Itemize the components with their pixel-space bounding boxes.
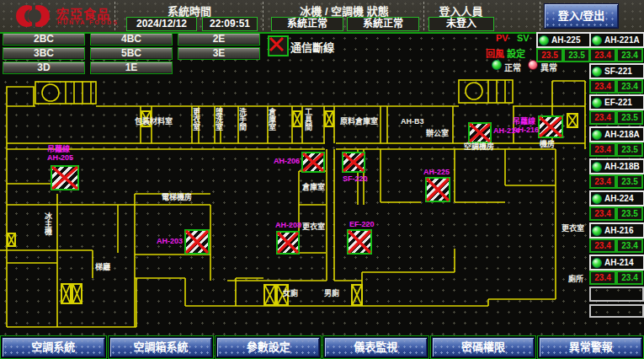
unit-sv-value: 23.4 <box>616 48 643 62</box>
ahu-label: AH-216 <box>513 126 539 134</box>
room-label: 辦公室 <box>426 129 449 137</box>
spare-slot <box>589 304 644 318</box>
ahu-icon[interactable] <box>347 229 372 255</box>
nav-cell: 空調系統 <box>0 335 107 359</box>
unit-sv-value: 23.5 <box>616 174 643 189</box>
stair-icon <box>7 233 16 247</box>
unit-AH-218A[interactable]: AH-218A <box>589 126 644 142</box>
room-label: 空調機房 <box>464 142 494 151</box>
unit-name-label: EF-221 <box>604 98 632 107</box>
room-label: 洗手間 <box>238 108 247 131</box>
unit-pv-value: 23.4 <box>589 206 616 221</box>
nav-cell: 參數設定 <box>215 335 322 359</box>
room-label: 女廁 <box>283 289 298 297</box>
stair-icon <box>351 284 363 306</box>
room-label: 原料倉庫室 <box>340 117 378 126</box>
status-led-icon <box>592 130 602 140</box>
unit-sv-value: 23.5 <box>616 206 643 221</box>
floor-button-3E[interactable]: 3E <box>178 47 260 60</box>
ac-status-value: 系統正常 <box>347 17 419 31</box>
ahu-label: AH-205 <box>47 153 73 162</box>
unit-EF-221[interactable]: EF-221 <box>589 94 644 110</box>
unit-sv-value: 23.5 <box>563 48 590 62</box>
nav-cell: 異常警報 <box>537 335 644 359</box>
stair-icon <box>324 110 334 127</box>
unit-sv-value: 23.5 <box>616 142 643 157</box>
status-led-icon <box>592 162 602 172</box>
unit-AH-214[interactable]: AH-214 <box>589 255 644 271</box>
ahu-icon[interactable] <box>51 165 79 190</box>
unit-pv-value: 23.4 <box>589 110 616 125</box>
ahu-icon[interactable] <box>276 231 300 255</box>
status-led-icon <box>592 226 602 236</box>
chiller-status-value: 系統正常 <box>271 17 343 31</box>
nav-button-4[interactable]: 儀表監視 <box>324 337 428 357</box>
unit-pv-value: 23.4 <box>589 174 616 189</box>
unit-pv-value: 23.5 <box>536 48 563 62</box>
ahu-icon[interactable] <box>538 115 563 138</box>
unit-name-label: AH-218A <box>604 130 640 139</box>
status-led-icon <box>592 98 602 108</box>
room-label: AH-B3 <box>401 117 424 126</box>
floor-button-3BC[interactable]: 3BC <box>3 47 85 60</box>
floor-button-1E[interactable]: 1E <box>90 62 173 74</box>
ahu-icon[interactable] <box>184 229 210 255</box>
status-led-icon <box>592 258 602 268</box>
room-label: 廁所 <box>568 275 583 283</box>
status-led-icon <box>592 194 602 204</box>
unit-pv-value: 23.4 <box>589 271 616 285</box>
ahu-label: AH-206 <box>274 157 300 165</box>
unit-name-label: SF-221 <box>604 67 632 76</box>
floor-button-4BC[interactable]: 4BC <box>90 33 173 46</box>
brand-subname: HUNYA FOODS <box>57 19 119 25</box>
ahu-icon[interactable] <box>468 122 492 143</box>
stair-icon <box>263 284 276 306</box>
unit-sv-value: 23.5 <box>616 110 643 125</box>
nav-cell: 空調箱系統 <box>108 335 215 359</box>
room-label: 更衣室 <box>302 222 325 231</box>
ahu-icon[interactable] <box>301 152 325 173</box>
abnormal-label: 異常 <box>540 61 557 73</box>
nav-button-1[interactable]: 空調系統 <box>2 337 105 357</box>
floor-button-3D[interactable]: 3D <box>3 62 85 74</box>
stair-icon <box>72 283 82 304</box>
ahu-icon[interactable] <box>342 152 365 173</box>
unit-AH-218B[interactable]: AH-218B <box>589 158 644 174</box>
unit-sv-value: 23.4 <box>616 271 643 285</box>
bottom-nav: 空調系統空調箱系統參數設定儀表監視密碼權限異常警報 <box>0 335 644 359</box>
unit-SF-221[interactable]: SF-221 <box>589 63 644 79</box>
unit-AH-225[interactable]: AH-225 <box>536 32 591 48</box>
top-bar: 宏亞食品 HUNYA FOODS 系統時間 2024/12/12 22:09:5… <box>0 0 644 34</box>
unit-name-label: AH-221A <box>604 35 640 45</box>
unit-name-label: AH-216 <box>604 226 633 235</box>
unit-sv-value: 23.4 <box>616 79 643 94</box>
floor-button-2BC[interactable]: 2BC <box>3 33 85 46</box>
ahu-label: SF-220 <box>343 174 368 183</box>
room-label: 冰主機 <box>44 212 52 235</box>
unit-pv-value: 23.4 <box>589 238 616 253</box>
room-label: 機房 <box>540 140 555 148</box>
unit-name-label: AH-214 <box>604 258 633 267</box>
nav-button-5[interactable]: 密碼權限 <box>432 337 535 357</box>
floor-button-2E[interactable]: 2E <box>178 33 260 46</box>
unit-name-label: AH-218B <box>604 162 640 171</box>
stair-icon <box>567 113 578 128</box>
status-led-icon <box>592 67 602 77</box>
nav-button-6[interactable]: 異常警報 <box>539 337 642 357</box>
nav-button-2[interactable]: 空調箱系統 <box>109 337 213 357</box>
floor-button-5BC[interactable]: 5BC <box>90 47 173 60</box>
login-status-value: 未登入 <box>428 17 494 31</box>
nav-button-3[interactable]: 參數設定 <box>216 337 320 357</box>
ahu-icon[interactable] <box>425 177 450 202</box>
normal-label: 正常 <box>504 61 521 73</box>
ahu-label: EF-220 <box>349 220 375 228</box>
unit-AH-216[interactable]: AH-216 <box>589 222 644 238</box>
unit-pv-value: 23.4 <box>589 48 616 62</box>
login-logout-button[interactable]: 登入/登出 <box>544 3 619 29</box>
unit-pv-value: 23.4 <box>589 79 616 94</box>
unit-AH-221A[interactable]: AH-221A <box>589 32 644 48</box>
unit-AH-224[interactable]: AH-224 <box>589 190 644 206</box>
unit-pv-value: 23.4 <box>589 142 616 157</box>
divider <box>114 2 115 30</box>
ahu-label: AH-208 <box>275 221 301 229</box>
